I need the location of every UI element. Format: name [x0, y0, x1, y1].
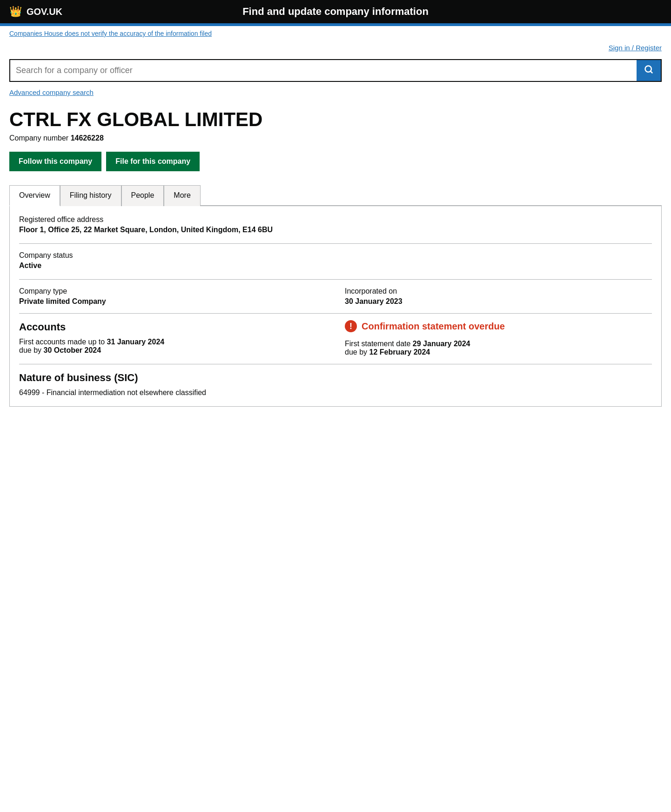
site-header: 👑 GOV.UK Find and update company informa… — [0, 0, 671, 23]
gov-logo[interactable]: 👑 GOV.UK — [9, 6, 62, 18]
status-value: Active — [19, 262, 652, 270]
advanced-search-link[interactable]: Advanced company search — [9, 88, 94, 96]
accounts-due-date: 30 October 2024 — [44, 346, 101, 354]
nature-value: 64999 - Financial intermediation not els… — [19, 389, 652, 397]
sign-in-bar: Sign in / Register — [0, 41, 671, 54]
search-input[interactable] — [10, 60, 637, 81]
company-number-label: Company number — [9, 134, 68, 142]
company-number-value: 14626228 — [71, 134, 104, 142]
company-name: CTRL FX GLOBAL LIMITED — [9, 109, 662, 130]
accounts-first-date: 31 January 2024 — [107, 338, 165, 346]
status-label: Company status — [19, 251, 652, 260]
overdue-title: Confirmation statement overdue — [362, 321, 505, 332]
type-label: Company type — [19, 287, 326, 295]
search-button[interactable] — [637, 60, 661, 81]
incorporated-value: 30 January 2023 — [345, 297, 652, 306]
tab-more[interactable]: More — [164, 185, 200, 206]
confirmation-first-date: 29 January 2024 — [413, 340, 470, 348]
svg-text:!: ! — [349, 322, 352, 331]
search-icon — [644, 65, 653, 74]
gov-logo-text: GOV.UK — [27, 7, 62, 17]
notice-bar: Companies House does not verify the accu… — [0, 26, 671, 41]
divider-1 — [19, 243, 652, 244]
type-section: Company type Private limited Company — [19, 287, 326, 306]
company-buttons: Follow this company File for this compan… — [9, 152, 662, 171]
tab-overview[interactable]: Overview — [9, 185, 60, 206]
divider-3 — [19, 313, 652, 314]
confirmation-first-line: First statement date 29 January 2024 — [345, 340, 652, 348]
svg-line-1 — [651, 71, 652, 73]
confirmation-section: ! Confirmation statement overdue First s… — [345, 321, 652, 356]
type-incorporated-row: Company type Private limited Company Inc… — [19, 287, 652, 306]
confirmation-due-line: due by 12 February 2024 — [345, 348, 652, 356]
sign-in-link[interactable]: Sign in / Register — [609, 44, 662, 52]
search-container — [0, 54, 671, 85]
nature-section: Nature of business (SIC) 64999 - Financi… — [19, 372, 652, 397]
accounts-section: Accounts First accounts made up to 31 Ja… — [19, 321, 326, 356]
file-button[interactable]: File for this company — [106, 152, 200, 171]
incorporated-label: Incorporated on — [345, 287, 652, 295]
company-section: CTRL FX GLOBAL LIMITED Company number 14… — [0, 104, 671, 171]
accounts-due-line: due by 30 October 2024 — [19, 346, 326, 355]
nature-heading: Nature of business (SIC) — [19, 372, 652, 384]
address-value: Floor 1, Office 25, 22 Market Square, Lo… — [19, 226, 652, 234]
address-label: Registered office address — [19, 215, 652, 224]
incorporated-section: Incorporated on 30 January 2023 — [345, 287, 652, 306]
advanced-search-container: Advanced company search — [0, 85, 671, 104]
search-box — [9, 59, 662, 82]
notice-link[interactable]: Companies House does not verify the accu… — [9, 30, 212, 37]
accounts-first-text: First accounts made up to — [19, 338, 105, 346]
confirmation-due-date: 12 February 2024 — [369, 348, 430, 356]
accounts-confirmation-row: Accounts First accounts made up to 31 Ja… — [19, 321, 652, 356]
address-section: Registered office address Floor 1, Offic… — [19, 215, 652, 234]
accounts-heading: Accounts — [19, 321, 326, 333]
site-title: Find and update company information — [242, 6, 429, 18]
company-number-line: Company number 14626228 — [9, 134, 662, 142]
accounts-due-text: due by — [19, 346, 41, 354]
confirmation-overdue: ! Confirmation statement overdue — [345, 321, 652, 335]
tab-people[interactable]: People — [121, 185, 164, 206]
overview-panel: Registered office address Floor 1, Offic… — [9, 206, 662, 407]
divider-2 — [19, 279, 652, 280]
overdue-icon: ! — [345, 320, 357, 335]
follow-button[interactable]: Follow this company — [9, 152, 101, 171]
type-value: Private limited Company — [19, 297, 326, 306]
tab-filing-history[interactable]: Filing history — [60, 185, 121, 206]
confirmation-first-text: First statement date — [345, 340, 410, 348]
accounts-first-line: First accounts made up to 31 January 202… — [19, 338, 326, 346]
divider-4 — [19, 364, 652, 364]
tabs-container: Overview Filing history People More — [9, 185, 662, 206]
crown-icon: 👑 — [9, 6, 22, 18]
confirmation-due-text: due by — [345, 348, 367, 356]
status-section: Company status Active — [19, 251, 652, 270]
